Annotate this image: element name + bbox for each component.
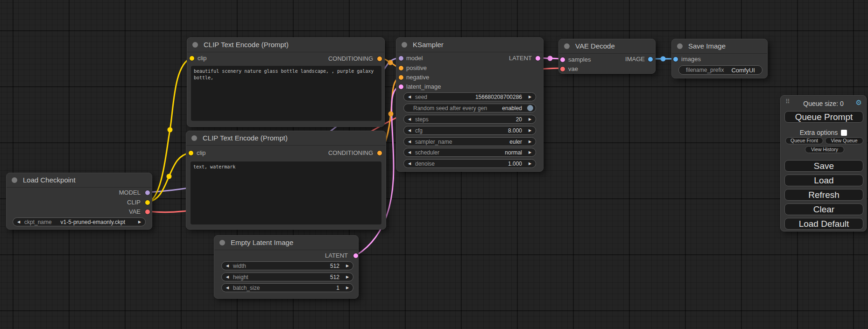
- node-title-bar[interactable]: VAE Decode: [559, 39, 655, 54]
- prev-value-arrow-icon[interactable]: ◀: [404, 140, 415, 144]
- node-title-bar[interactable]: Save Image: [672, 39, 767, 54]
- output-port-conditioning[interactable]: [377, 151, 382, 155]
- widget-value[interactable]: 1.000: [435, 161, 524, 167]
- decrement-arrow-icon[interactable]: ◀: [404, 95, 415, 99]
- prompt-textarea[interactable]: beautiful scenery nature glass bottle la…: [191, 66, 381, 121]
- node-load-checkpoint[interactable]: Load Checkpoint MODEL CLIP VAE ◀ ckpt_na…: [6, 173, 152, 230]
- increment-arrow-icon[interactable]: ▶: [342, 264, 353, 268]
- increment-arrow-icon[interactable]: ▶: [342, 275, 353, 279]
- collapse-dot-icon[interactable]: [564, 43, 570, 49]
- decrement-arrow-icon[interactable]: ◀: [222, 275, 233, 279]
- width-widget[interactable]: ◀ width 512 ▶: [221, 261, 353, 270]
- queue-front-button[interactable]: Queue Front: [785, 137, 823, 144]
- output-port-latent[interactable]: [353, 253, 358, 258]
- decrement-arrow-icon[interactable]: ◀: [222, 286, 233, 290]
- input-port-latent-image[interactable]: [399, 84, 403, 89]
- queue-prompt-button[interactable]: Queue Prompt: [784, 111, 863, 123]
- output-label-image: IMAGE: [625, 56, 645, 63]
- output-port-latent[interactable]: [536, 56, 540, 61]
- toggle-knob-icon[interactable]: [527, 105, 533, 111]
- next-value-arrow-icon[interactable]: ▶: [524, 140, 536, 144]
- node-vae-decode[interactable]: VAE Decode samples vae IMAGE: [558, 39, 656, 74]
- widget-value[interactable]: v1-5-pruned-emaonly.ckpt: [52, 219, 134, 225]
- save-button[interactable]: Save: [784, 160, 863, 172]
- collapse-dot-icon[interactable]: [191, 135, 197, 141]
- prompt-textarea[interactable]: text, watermark: [191, 161, 381, 224]
- batch-size-widget[interactable]: ◀ batch_size 1 ▶: [221, 283, 353, 292]
- ckpt-name-widget[interactable]: ◀ ckpt_name v1-5-pruned-emaonly.ckpt ▶: [13, 217, 146, 226]
- node-graph-canvas[interactable]: Load Checkpoint MODEL CLIP VAE ◀ ckpt_na…: [0, 0, 868, 329]
- input-port-images[interactable]: [673, 57, 678, 62]
- decrement-arrow-icon[interactable]: ◀: [404, 117, 415, 121]
- node-clip-text-encode-positive[interactable]: CLIP Text Encode (Prompt) clip CONDITION…: [187, 37, 385, 127]
- collapse-dot-icon[interactable]: [402, 42, 407, 48]
- increment-arrow-icon[interactable]: ▶: [342, 286, 353, 290]
- view-queue-button[interactable]: View Queue: [825, 137, 863, 144]
- collapse-dot-icon[interactable]: [12, 177, 17, 183]
- steps-widget[interactable]: ◀ steps 20 ▶: [403, 115, 536, 124]
- node-ksampler[interactable]: KSampler model positive negative latent_…: [396, 37, 543, 172]
- widget-value[interactable]: 512: [248, 274, 342, 280]
- denoise-widget[interactable]: ◀ denoise 1.000 ▶: [403, 159, 536, 168]
- settings-gear-icon[interactable]: ⚙: [856, 99, 862, 106]
- input-port-positive[interactable]: [399, 66, 403, 70]
- output-port-image[interactable]: [648, 57, 653, 62]
- node-empty-latent-image[interactable]: Empty Latent Image LATENT ◀ width 512 ▶ …: [214, 235, 359, 299]
- increment-arrow-icon[interactable]: ▶: [524, 117, 536, 121]
- collapse-dot-icon[interactable]: [219, 240, 225, 245]
- widget-value[interactable]: 20: [429, 116, 524, 123]
- decrement-arrow-icon[interactable]: ◀: [404, 161, 415, 166]
- filename-prefix-widget[interactable]: filename_prefix ComfyUI: [678, 65, 762, 75]
- increment-arrow-icon[interactable]: ▶: [524, 128, 536, 133]
- increment-arrow-icon[interactable]: ▶: [524, 95, 536, 99]
- increment-arrow-icon[interactable]: ▶: [524, 161, 536, 166]
- node-save-image[interactable]: Save Image images filename_prefix ComfyU…: [671, 39, 768, 78]
- scheduler-widget[interactable]: ◀ scheduler normal ▶: [403, 148, 536, 157]
- input-label-model: model: [406, 55, 423, 62]
- output-port-model[interactable]: [145, 190, 150, 195]
- output-port-vae[interactable]: [145, 210, 150, 214]
- node-title-bar[interactable]: KSampler: [396, 38, 543, 52]
- clear-button[interactable]: Clear: [784, 203, 863, 215]
- widget-value[interactable]: normal: [439, 149, 524, 156]
- node-title-bar[interactable]: Load Checkpoint: [7, 173, 152, 188]
- input-port-clip[interactable]: [189, 151, 193, 155]
- extra-options-checkbox[interactable]: [841, 130, 847, 136]
- output-port-conditioning[interactable]: [377, 56, 382, 61]
- node-title-bar[interactable]: CLIP Text Encode (Prompt): [186, 131, 386, 146]
- node-title: Save Image: [688, 42, 726, 50]
- load-default-button[interactable]: Load Default: [784, 218, 863, 230]
- widget-value[interactable]: 156680208700286: [427, 94, 524, 100]
- prev-value-arrow-icon[interactable]: ◀: [13, 220, 24, 224]
- decrement-arrow-icon[interactable]: ◀: [222, 264, 233, 268]
- output-port-clip[interactable]: [145, 200, 150, 205]
- load-button[interactable]: Load: [784, 175, 863, 186]
- view-history-button[interactable]: View History: [805, 146, 844, 153]
- input-port-model[interactable]: [399, 56, 403, 61]
- node-title-bar[interactable]: Empty Latent Image: [214, 236, 358, 250]
- seed-widget[interactable]: ◀ seed 156680208700286 ▶: [403, 92, 536, 101]
- collapse-dot-icon[interactable]: [677, 43, 683, 49]
- height-widget[interactable]: ◀ height 512 ▶: [221, 273, 353, 281]
- collapse-dot-icon[interactable]: [192, 42, 198, 48]
- widget-value[interactable]: euler: [452, 139, 524, 145]
- input-port-vae[interactable]: [560, 67, 565, 71]
- next-value-arrow-icon[interactable]: ▶: [524, 150, 536, 154]
- refresh-button[interactable]: Refresh: [784, 189, 863, 201]
- input-port-samples[interactable]: [560, 57, 565, 62]
- input-port-negative[interactable]: [399, 75, 403, 80]
- random-seed-toggle-widget[interactable]: Random seed after every gen enabled: [403, 104, 536, 112]
- widget-value[interactable]: 8.000: [423, 127, 524, 134]
- prev-value-arrow-icon[interactable]: ◀: [404, 150, 415, 154]
- cfg-widget[interactable]: ◀ cfg 8.000 ▶: [403, 126, 536, 135]
- decrement-arrow-icon[interactable]: ◀: [404, 128, 415, 133]
- sampler-name-widget[interactable]: ◀ sampler_name euler ▶: [403, 137, 536, 146]
- widget-value[interactable]: enabled: [487, 105, 524, 112]
- next-value-arrow-icon[interactable]: ▶: [134, 220, 145, 224]
- input-port-clip[interactable]: [190, 56, 194, 61]
- widget-value[interactable]: ComfyUI: [731, 67, 755, 74]
- widget-value[interactable]: 1: [260, 285, 342, 291]
- widget-value[interactable]: 512: [246, 263, 342, 269]
- node-clip-text-encode-negative[interactable]: CLIP Text Encode (Prompt) clip CONDITION…: [186, 131, 386, 230]
- node-title-bar[interactable]: CLIP Text Encode (Prompt): [187, 38, 384, 52]
